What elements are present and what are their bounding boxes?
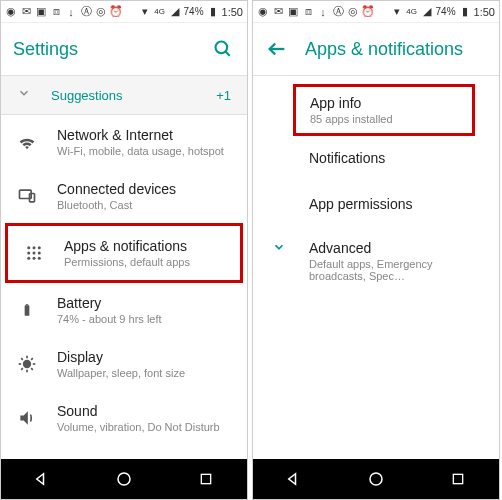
item-title: Network & Internet [57, 127, 233, 143]
wifi-icon: ▾ [391, 6, 403, 18]
item-title: Sound [57, 403, 233, 419]
svg-marker-28 [37, 474, 44, 485]
svg-marker-32 [289, 474, 296, 485]
svg-point-12 [38, 257, 41, 260]
settings-title: Settings [13, 39, 78, 60]
settings-list[interactable]: Network & Internet Wi-Fi, mobile, data u… [1, 115, 247, 459]
dropbox-icon: ⧈ [50, 6, 62, 18]
back-nav-button[interactable] [32, 469, 52, 489]
status-bar: ◉ ✉ ▣ ⧈ ↓ Ⓐ ◎ ⏰ ▾ 4G ◢ 74% ▮ 1:50 [253, 1, 499, 23]
apps-header: Apps & notifications [253, 23, 499, 76]
status-icons-left: ◉ ✉ ▣ ⧈ ↓ Ⓐ ◎ ⏰ [257, 6, 374, 18]
recent-nav-button[interactable] [448, 469, 468, 489]
item-permissions[interactable]: App permissions [253, 182, 499, 228]
svg-line-23 [31, 358, 33, 360]
signal-icon: ◢ [421, 6, 433, 18]
battery-percent: 74% [184, 6, 204, 17]
status-bar: ◉ ✉ ▣ ⧈ ↓ Ⓐ ◎ ⏰ ▾ 4G ◢ 74% ▮ 1:50 [1, 1, 247, 23]
download-icon: ↓ [317, 6, 329, 18]
dropbox-icon: ⧈ [302, 6, 314, 18]
wifi-icon: ▾ [139, 6, 151, 18]
highlight-apps: Apps & notifications Permissions, defaul… [5, 223, 243, 283]
item-title: Connected devices [57, 181, 233, 197]
apps-list[interactable]: App info 85 apps installed Notifications… [253, 76, 499, 459]
item-sound[interactable]: Sound Volume, vibration, Do Not Disturb [1, 391, 247, 445]
svg-line-20 [21, 358, 23, 360]
chevron-down-icon [17, 86, 31, 104]
item-title: Battery [57, 295, 233, 311]
svg-point-4 [27, 246, 30, 249]
search-button[interactable] [211, 37, 235, 61]
item-subtitle: 74% - about 9 hrs left [57, 313, 233, 325]
display-icon [15, 352, 39, 376]
app-icon: Ⓐ [80, 6, 92, 18]
battery-percent: 74% [436, 6, 456, 17]
phone-left: ◉ ✉ ▣ ⧈ ↓ Ⓐ ◎ ⏰ ▾ 4G ◢ 74% ▮ 1:50 Settin… [0, 0, 248, 500]
item-display[interactable]: Display Wallpaper, sleep, font size [1, 337, 247, 391]
nav-bar [1, 459, 247, 499]
item-subtitle: Wallpaper, sleep, font size [57, 367, 233, 379]
svg-point-5 [33, 246, 36, 249]
item-title: Display [57, 349, 233, 365]
alarm-icon: ⏰ [110, 6, 122, 18]
svg-point-10 [27, 257, 30, 260]
nav-bar [253, 459, 499, 499]
svg-point-15 [24, 361, 31, 368]
item-network[interactable]: Network & Internet Wi-Fi, mobile, data u… [1, 115, 247, 169]
status-icons-right: ▾ 4G ◢ 74% ▮ 1:50 [391, 6, 495, 18]
item-subtitle: Permissions, default apps [64, 256, 226, 268]
phone-right: ◉ ✉ ▣ ⧈ ↓ Ⓐ ◎ ⏰ ▾ 4G ◢ 74% ▮ 1:50 Apps &… [252, 0, 500, 500]
image-icon: ▣ [287, 6, 299, 18]
item-subtitle: 85 apps installed [310, 113, 458, 125]
battery-icon: ▮ [207, 6, 219, 18]
item-title: App info [310, 95, 458, 111]
home-nav-button[interactable] [366, 469, 386, 489]
apps-icon [22, 241, 46, 265]
home-nav-button[interactable] [114, 469, 134, 489]
item-apps[interactable]: Apps & notifications Permissions, defaul… [8, 226, 240, 280]
svg-point-8 [33, 252, 36, 255]
download-icon: ↓ [65, 6, 77, 18]
back-nav-button[interactable] [284, 469, 304, 489]
search-icon [213, 39, 233, 59]
suggestions-count: +1 [216, 88, 231, 103]
item-appinfo[interactable]: App info 85 apps installed [296, 87, 472, 133]
recent-nav-button[interactable] [196, 469, 216, 489]
item-subtitle: Wi-Fi, mobile, data usage, hotspot [57, 145, 233, 157]
suggestions-label: Suggestions [51, 88, 216, 103]
item-subtitle: Default apps, Emergency broadcasts, Spec… [309, 258, 485, 282]
signal-4g: 4G [406, 6, 418, 18]
status-icons-left: ◉ ✉ ▣ ⧈ ↓ Ⓐ ◎ ⏰ [5, 6, 122, 18]
item-title: Apps & notifications [64, 238, 226, 254]
settings-header: Settings [1, 23, 247, 76]
item-advanced[interactable]: Advanced Default apps, Emergency broadca… [253, 228, 499, 294]
item-title: Advanced [309, 240, 485, 256]
svg-rect-13 [25, 305, 30, 316]
item-battery[interactable]: Battery 74% - about 9 hrs left [1, 283, 247, 337]
devices-icon [15, 184, 39, 208]
signal-4g: 4G [154, 6, 166, 18]
item-title: App permissions [309, 196, 485, 212]
svg-line-1 [226, 52, 230, 56]
svg-line-22 [21, 368, 23, 370]
whatsapp-icon: ◉ [5, 6, 17, 18]
item-notifications[interactable]: Notifications [253, 136, 499, 182]
item-connected[interactable]: Connected devices Bluetooth, Cast [1, 169, 247, 223]
svg-point-9 [38, 252, 41, 255]
image-icon: ▣ [35, 6, 47, 18]
mail-icon: ✉ [272, 6, 284, 18]
svg-point-11 [33, 257, 36, 260]
mail-icon: ✉ [20, 6, 32, 18]
wifi-icon [15, 130, 39, 154]
item-storage[interactable]: Storage 63% used - 11.75 GB free [1, 445, 247, 459]
clock: 1:50 [474, 6, 495, 18]
battery-icon [15, 298, 39, 322]
item-subtitle: Volume, vibration, Do Not Disturb [57, 421, 233, 433]
suggestions-row[interactable]: Suggestions +1 [1, 76, 247, 115]
svg-rect-30 [201, 474, 210, 483]
alarm-icon: ⏰ [362, 6, 374, 18]
highlight-appinfo: App info 85 apps installed [293, 84, 475, 136]
svg-point-0 [216, 42, 228, 54]
svg-point-29 [118, 473, 130, 485]
back-button[interactable] [265, 37, 289, 61]
